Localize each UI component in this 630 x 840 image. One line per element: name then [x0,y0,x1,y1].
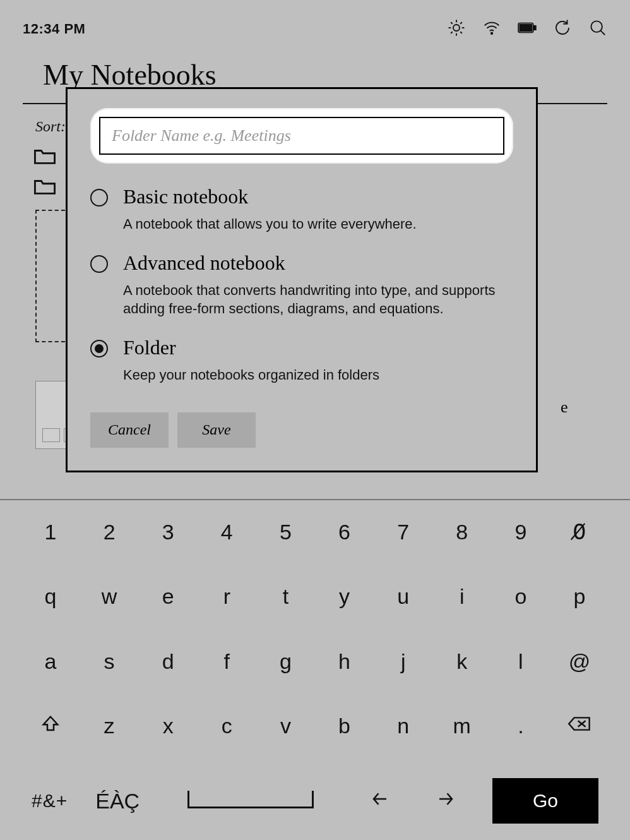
space-key[interactable] [187,789,314,813]
key-u[interactable]: u [384,584,422,609]
key-v[interactable]: v [266,714,304,738]
radio-icon[interactable] [90,255,108,273]
on-screen-keyboard: 1234567890̸ qwertyuiop asdfghjkl@ zxcvbn… [0,499,630,840]
clock: 12:34 PM [23,21,85,37]
dialog-actions: Cancel Save [90,412,513,448]
key-a[interactable]: a [32,649,69,674]
key-l[interactable]: l [502,649,540,674]
key-@[interactable]: @ [561,649,598,674]
keyboard-row: qwertyuiop [32,584,598,609]
option-basic[interactable]: Basic notebookA notebook that allows you… [90,185,513,234]
radio-icon[interactable] [90,340,108,357]
key-d[interactable]: d [149,649,187,674]
svg-line-5 [451,22,453,24]
key-g[interactable]: g [266,649,304,674]
folder-name-input[interactable] [99,117,504,155]
svg-line-7 [451,32,453,33]
option-title: Folder [123,336,379,359]
key-x[interactable]: x [149,714,187,738]
keyboard-row: #&+ ÉÀÇ Go [32,778,598,824]
svg-rect-11 [520,25,532,32]
key-w[interactable]: w [90,584,128,609]
symbols-key[interactable]: #&+ [32,790,68,812]
key-f[interactable]: f [208,649,246,674]
tile-truncated-text: e [561,398,568,417]
key-k[interactable]: k [443,649,481,674]
save-button[interactable]: Save [177,412,256,448]
accents-key[interactable]: ÉÀÇ [95,789,140,813]
status-icons [447,18,607,40]
backspace-key[interactable] [561,714,598,738]
svg-point-9 [491,33,493,35]
key-e[interactable]: e [149,584,187,609]
svg-point-0 [453,25,460,31]
type-options: Basic notebookA notebook that allows you… [90,185,513,385]
battery-icon[interactable] [518,18,537,40]
key-n[interactable]: n [384,714,422,738]
key-j[interactable]: j [384,649,422,674]
cancel-button[interactable]: Cancel [90,412,169,448]
key-z[interactable]: z [90,714,128,738]
go-key[interactable]: Go [492,778,598,824]
wifi-icon[interactable] [482,18,501,40]
arrow-right-key[interactable] [427,789,465,813]
sync-icon[interactable] [553,18,572,40]
keyboard-row: asdfghjkl@ [32,649,598,674]
key-i[interactable]: i [443,584,481,609]
key-c[interactable]: c [208,714,246,738]
svg-line-6 [460,32,462,33]
status-bar: 12:34 PM [0,0,630,44]
brightness-icon[interactable] [447,18,466,40]
key-y[interactable]: y [326,584,364,609]
key-m[interactable]: m [443,714,481,738]
shift-key[interactable] [32,714,69,738]
option-title: Basic notebook [123,185,417,208]
key-h[interactable]: h [326,649,364,674]
option-title: Advanced notebook [123,251,508,275]
key-4[interactable]: 4 [208,520,246,544]
key-b[interactable]: b [326,714,364,738]
key-r[interactable]: r [208,584,246,609]
key-p[interactable]: p [561,584,598,609]
key-1[interactable]: 1 [32,520,69,544]
key-7[interactable]: 7 [384,520,422,544]
create-dialog: Basic notebookA notebook that allows you… [66,87,538,472]
key-5[interactable]: 5 [266,520,304,544]
key-6[interactable]: 6 [326,520,364,544]
key-9[interactable]: 9 [502,520,540,544]
search-icon[interactable] [588,18,607,40]
option-desc: A notebook that converts handwriting int… [123,281,508,318]
key-.[interactable]: . [502,714,540,738]
svg-point-13 [591,21,602,32]
name-input-wrap [90,108,513,164]
key-2[interactable]: 2 [90,520,128,544]
key-0[interactable]: 0̸ [561,519,598,544]
svg-rect-12 [534,26,536,30]
arrow-left-key[interactable] [361,789,399,813]
option-desc: A notebook that allows you to write ever… [123,215,417,234]
key-t[interactable]: t [266,584,304,609]
svg-line-8 [460,22,462,24]
key-o[interactable]: o [502,584,540,609]
option-folder[interactable]: FolderKeep your notebooks organized in f… [90,336,513,385]
key-3[interactable]: 3 [149,520,187,544]
keyboard-row: zxcvbnm. [32,714,598,738]
radio-icon[interactable] [90,189,108,207]
svg-line-14 [600,30,605,35]
option-advanced[interactable]: Advanced notebookA notebook that convert… [90,251,513,318]
keyboard-row: 1234567890̸ [32,519,598,544]
option-desc: Keep your notebooks organized in folders [123,366,379,385]
key-s[interactable]: s [90,649,128,674]
key-8[interactable]: 8 [443,520,481,544]
key-q[interactable]: q [32,584,69,609]
